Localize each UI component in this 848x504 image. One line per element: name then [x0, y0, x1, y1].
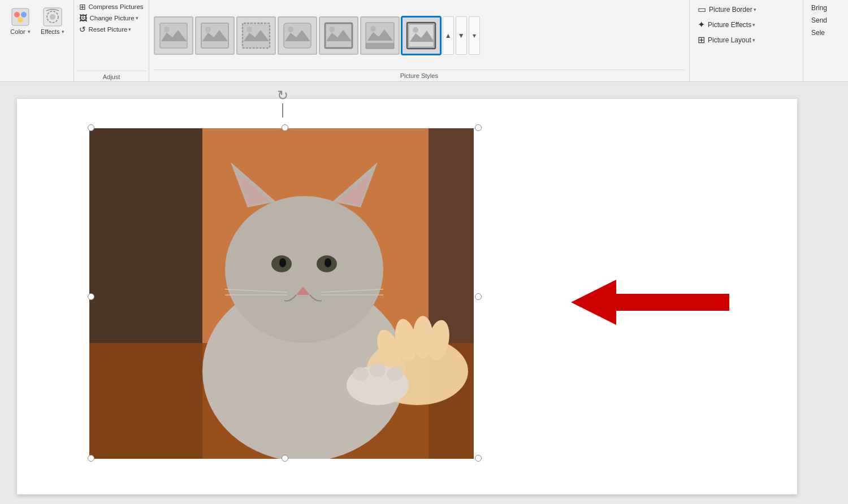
adjust-section: Color ▾ Effects ▾: [0, 0, 74, 81]
svg-point-49: [370, 363, 386, 377]
picture-border-button[interactable]: ▭ Picture Border ▾: [694, 2, 798, 16]
svg-point-35: [279, 258, 286, 267]
artistic-effects-icon: [41, 6, 64, 28]
picture-layout-button[interactable]: ⊞ Picture Layout ▾: [694, 33, 798, 47]
rotate-handle[interactable]: ↻: [277, 88, 288, 118]
styles-label: Picture Styles: [154, 69, 685, 79]
svg-point-8: [164, 27, 170, 32]
send-backward-button[interactable]: Send: [808, 15, 843, 26]
style-thumb-5[interactable]: [319, 16, 358, 55]
picture-styles-row: ▲ ▼ ▾: [154, 3, 685, 67]
style-thumb-4[interactable]: [278, 16, 317, 55]
svg-point-50: [387, 367, 403, 381]
svg-point-14: [288, 27, 293, 32]
picture-layout-icon: ⊞: [698, 34, 705, 45]
svg-rect-9: [201, 23, 228, 48]
svg-point-19: [370, 26, 376, 32]
rotate-line: [282, 103, 283, 118]
right-section: ▭ Picture Border ▾ ✦ Picture Effects ▾ ⊞…: [690, 0, 803, 81]
rotate-icon: ↻: [277, 88, 288, 103]
svg-point-3: [18, 17, 23, 23]
handle-top-right[interactable]: [475, 124, 482, 131]
image-container[interactable]: ↻: [85, 110, 481, 460]
styles-scroll-expand[interactable]: ▾: [469, 16, 480, 55]
color-button[interactable]: Color ▾: [6, 3, 35, 37]
style-thumb-7[interactable]: [401, 16, 441, 55]
picture-border-icon: ▭: [698, 4, 706, 15]
svg-point-2: [21, 12, 27, 18]
styles-scroll-down[interactable]: ▼: [456, 16, 467, 55]
compress-pictures-button[interactable]: ⊞ Compress Pictures: [76, 1, 146, 12]
svg-point-16: [329, 27, 335, 32]
svg-rect-15: [325, 23, 352, 48]
cat-image: [89, 128, 474, 459]
artistic-effects-button[interactable]: Effects ▾: [37, 3, 68, 37]
change-picture-icon: 🖼: [79, 14, 87, 23]
svg-point-22: [413, 27, 418, 33]
handle-mid-left[interactable]: [88, 293, 94, 300]
handle-bottom-right[interactable]: [475, 455, 482, 462]
svg-rect-18: [366, 43, 394, 49]
svg-rect-7: [160, 23, 187, 48]
picture-effects-icon: ✦: [698, 19, 705, 30]
handle-bottom-center[interactable]: [282, 455, 288, 462]
document-page: ↻: [17, 99, 797, 494]
reset-picture-button[interactable]: ↺ Reset Picture ▾: [76, 24, 146, 35]
select-button[interactable]: Sele: [808, 27, 843, 38]
handle-bottom-left[interactable]: [88, 455, 94, 462]
svg-rect-13: [284, 23, 311, 48]
handle-top-center[interactable]: [282, 124, 288, 131]
styles-scroll-up[interactable]: ▲: [443, 16, 454, 55]
canvas-area: ↻: [0, 82, 848, 504]
style-thumb-1[interactable]: [154, 16, 193, 55]
artistic-effects-label: Effects ▾: [41, 28, 64, 35]
style-thumb-3[interactable]: [236, 16, 276, 55]
color-label: Color ▾: [10, 28, 30, 35]
svg-point-28: [225, 196, 383, 343]
change-picture-button[interactable]: 🖼 Change Picture ▾: [76, 12, 146, 24]
svg-point-6: [50, 14, 55, 20]
handle-mid-right[interactable]: [475, 293, 482, 300]
picture-effects-button[interactable]: ✦ Picture Effects ▾: [694, 18, 798, 32]
color-icon: [9, 6, 32, 28]
ribbon: Color ▾ Effects ▾ ⊞ Compress Pictures: [0, 0, 848, 82]
bring-forward-button[interactable]: Bring: [808, 2, 843, 14]
adjust-right-section: ⊞ Compress Pictures 🖼 Change Picture ▾ ↺…: [74, 0, 149, 81]
svg-point-48: [353, 367, 369, 381]
svg-point-36: [325, 258, 331, 267]
style-thumb-2[interactable]: [195, 16, 235, 55]
svg-marker-51: [571, 280, 729, 325]
picture-styles-section: ▲ ▼ ▾ Picture Styles: [149, 0, 690, 81]
adjust-label: Adjust: [76, 71, 146, 80]
reset-icon: ↺: [79, 25, 86, 34]
svg-rect-11: [243, 23, 270, 48]
svg-point-10: [205, 27, 211, 32]
red-arrow: [571, 274, 741, 333]
svg-point-12: [246, 27, 252, 32]
handle-top-left[interactable]: [88, 124, 94, 131]
compress-icon: ⊞: [79, 2, 86, 11]
svg-point-1: [14, 12, 20, 18]
arrange-section: Bring Send Sele: [803, 0, 848, 81]
style-thumb-6[interactable]: [360, 16, 400, 55]
